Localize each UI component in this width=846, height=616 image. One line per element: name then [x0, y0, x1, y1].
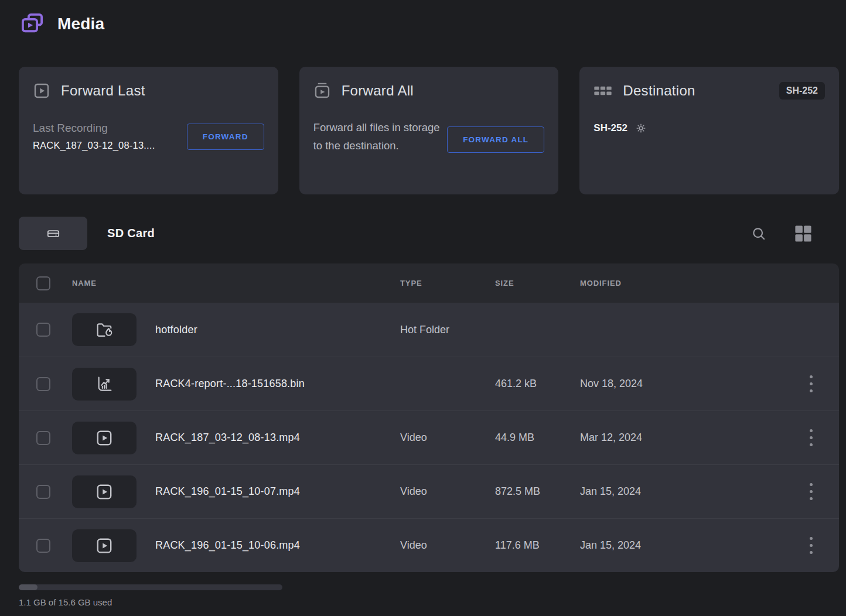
row-checkbox[interactable] — [36, 485, 50, 499]
file-type: Video — [400, 485, 495, 498]
action-cards: Forward Last Last Recording RACK_187_03-… — [19, 67, 839, 194]
storage-usage-bar — [19, 584, 282, 590]
column-header-size: SIZE — [495, 279, 580, 288]
media-icon — [19, 11, 46, 37]
file-name: RACK_187_03-12_08-13.mp4 — [155, 432, 400, 444]
search-icon — [751, 226, 766, 241]
file-table: NAME TYPE SIZE MODIFIED hotfolder Hot Fo… — [19, 263, 839, 572]
table-body: hotfolder Hot Folder RACK4-report-...18-… — [19, 303, 839, 572]
forward-last-card: Forward Last Last Recording RACK_187_03-… — [19, 67, 278, 194]
forward-all-card-header: Forward All — [313, 82, 545, 100]
destination-badge: SH-252 — [779, 82, 825, 100]
select-all-checkbox[interactable] — [36, 276, 50, 290]
page-header: Media — [19, 11, 839, 37]
grid-view-icon — [793, 224, 813, 244]
storage-toolbar: SD Card — [19, 217, 839, 250]
file-thumbnail — [72, 313, 137, 346]
table-row[interactable]: RACK_196_01-15_10-06.mp4 Video 117.6 MB … — [19, 518, 839, 572]
row-checkbox[interactable] — [36, 539, 50, 553]
forward-all-button[interactable]: FORWARD ALL — [447, 126, 544, 153]
file-size: 117.6 MB — [495, 539, 580, 552]
last-recording-filename: RACK_187_03-12_08-13.... — [33, 140, 155, 151]
video-file-icon — [95, 429, 114, 447]
table-row[interactable]: RACK_187_03-12_08-13.mp4 Video 44.9 MB M… — [19, 410, 839, 464]
table-header: NAME TYPE SIZE MODIFIED — [19, 263, 839, 303]
stack-play-icon — [313, 82, 331, 100]
video-file-icon — [95, 482, 114, 501]
file-modified: Mar 12, 2024 — [580, 432, 804, 444]
row-checkbox[interactable] — [36, 431, 50, 445]
file-thumbnail — [72, 475, 137, 508]
row-menu-button[interactable] — [804, 373, 818, 395]
file-modified: Nov 18, 2024 — [580, 378, 804, 390]
file-modified: Jan 15, 2024 — [580, 485, 804, 498]
media-page: Media Forward Last Last Recording RACK_1… — [0, 0, 846, 607]
card-title: Forward Last — [61, 83, 145, 99]
file-type: Hot Folder — [400, 324, 495, 336]
report-file-icon — [95, 375, 114, 393]
grid-view-button[interactable] — [793, 224, 813, 244]
table-row[interactable]: RACK_196_01-15_10-07.mp4 Video 872.5 MB … — [19, 464, 839, 518]
storage-source-button[interactable] — [19, 217, 87, 250]
last-recording-label: Last Recording — [33, 122, 155, 135]
drive-icon — [46, 227, 60, 241]
file-thumbnail — [72, 368, 137, 401]
storage-usage-label: 1.1 GB of 15.6 GB used — [19, 597, 839, 607]
file-name: RACK_196_01-15_10-06.mp4 — [155, 539, 400, 552]
file-size: 44.9 MB — [495, 432, 580, 444]
destination-name: SH-252 — [593, 122, 627, 134]
forward-all-description: Forward all files in storage to the dest… — [313, 118, 447, 155]
play-box-icon — [33, 82, 50, 100]
destination-settings-button[interactable] — [634, 122, 647, 135]
card-title: Forward All — [342, 83, 414, 99]
forward-last-card-header: Forward Last — [33, 82, 264, 100]
row-menu-button[interactable] — [804, 481, 818, 502]
card-title: Destination — [623, 83, 695, 99]
storage-bar-fill — [19, 584, 37, 590]
row-checkbox[interactable] — [36, 323, 50, 337]
file-thumbnail — [72, 422, 137, 454]
column-header-modified: MODIFIED — [580, 279, 818, 288]
file-name: hotfolder — [155, 324, 400, 336]
file-type: Video — [400, 539, 495, 552]
file-modified: Jan 15, 2024 — [580, 539, 804, 552]
source-title: SD Card — [107, 227, 155, 240]
file-size: 872.5 MB — [495, 485, 580, 498]
destination-card: Destination SH-252 SH-252 — [579, 67, 839, 194]
file-size: 461.2 kB — [495, 378, 580, 390]
hot-folder-icon — [95, 320, 114, 339]
column-header-type: TYPE — [400, 279, 495, 288]
row-checkbox[interactable] — [36, 377, 50, 391]
row-menu-button[interactable] — [804, 427, 818, 449]
gear-icon — [634, 122, 647, 135]
forward-all-card: Forward All Forward all files in storage… — [299, 67, 559, 194]
page-title: Media — [57, 15, 104, 33]
file-type: Video — [400, 432, 495, 444]
grid-dots-icon — [593, 84, 612, 98]
file-name: RACK_196_01-15_10-07.mp4 — [155, 485, 400, 498]
file-name: RACK4-report-...18-151658.bin — [155, 378, 400, 390]
forward-last-card-body: Last Recording RACK_187_03-12_08-13.... … — [33, 122, 264, 151]
forward-button[interactable]: FORWARD — [187, 124, 264, 150]
toolbar-actions — [751, 224, 839, 244]
video-file-icon — [95, 536, 114, 555]
last-recording-block: Last Recording RACK_187_03-12_08-13.... — [33, 122, 155, 151]
column-header-name: NAME — [72, 279, 400, 288]
table-row[interactable]: hotfolder Hot Folder — [19, 303, 839, 357]
destination-value-row: SH-252 — [593, 122, 647, 135]
destination-card-header: Destination SH-252 — [593, 82, 825, 100]
table-row[interactable]: RACK4-report-...18-151658.bin 461.2 kB N… — [19, 357, 839, 410]
search-button[interactable] — [751, 226, 766, 241]
row-menu-button[interactable] — [804, 535, 818, 556]
file-thumbnail — [72, 529, 137, 562]
